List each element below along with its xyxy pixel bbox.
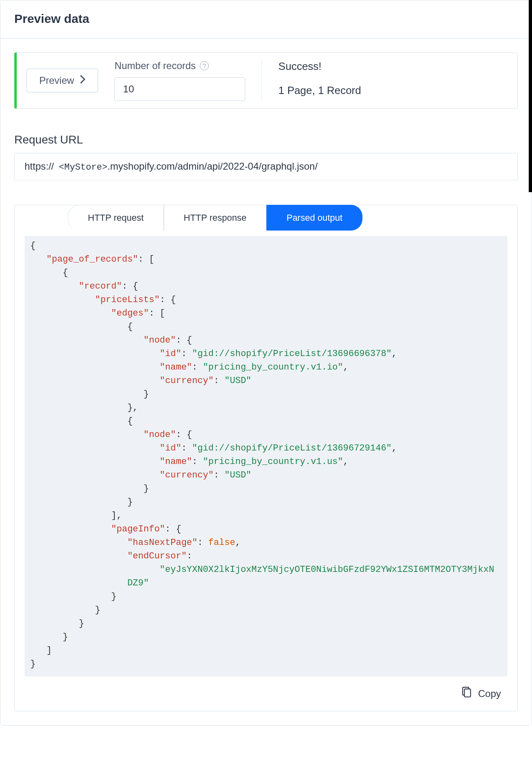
- copy-label: Copy: [478, 688, 501, 699]
- records-label-row: Number of records ?: [114, 60, 245, 72]
- tab-http-request[interactable]: HTTP request: [68, 205, 164, 231]
- section-title: Preview data: [0, 0, 532, 38]
- scrollbar-indicator[interactable]: [529, 0, 532, 192]
- output-block: HTTP request HTTP response Parsed output…: [14, 205, 518, 711]
- help-icon[interactable]: ?: [200, 61, 209, 70]
- request-url-block: Request URL https:// <MyStore>.myshopify…: [14, 133, 518, 180]
- preview-button[interactable]: Preview: [27, 69, 98, 92]
- url-variable: <MyStore>: [59, 162, 107, 173]
- url-path: .myshopify.com/admin/api/2022-04/graphql…: [107, 161, 318, 172]
- divider: [0, 38, 532, 38]
- parsed-output-code[interactable]: { "page_of_records": [ { "record": { "pr…: [25, 236, 507, 677]
- status-column: Success! 1 Page, 1 Record: [262, 60, 361, 101]
- request-url-box[interactable]: https:// <MyStore>.myshopify.com/admin/a…: [14, 153, 518, 180]
- tab-http-response[interactable]: HTTP response: [164, 205, 267, 231]
- chevron-right-icon: [80, 75, 85, 86]
- status-title: Success!: [278, 60, 361, 73]
- preview-strip: Preview Number of records ? Success! 1 P…: [14, 52, 518, 109]
- records-input[interactable]: [114, 77, 245, 101]
- records-label: Number of records: [114, 60, 196, 72]
- url-rest: <MyStore>.myshopify.com/admin/api/2022-0…: [59, 161, 317, 173]
- tab-parsed-output[interactable]: Parsed output: [266, 205, 362, 231]
- records-field: Number of records ?: [114, 60, 245, 101]
- status-detail: 1 Page, 1 Record: [278, 84, 361, 97]
- svg-rect-0: [465, 689, 471, 697]
- output-tabs: HTTP request HTTP response Parsed output: [68, 205, 517, 231]
- copy-icon: [462, 686, 472, 701]
- preview-data-panel: Preview data Preview Number of records ?…: [0, 0, 532, 726]
- copy-button[interactable]: Copy: [15, 686, 501, 701]
- request-url-label: Request URL: [14, 133, 518, 146]
- main-panel: Preview data Preview Number of records ?…: [0, 0, 532, 726]
- preview-button-label: Preview: [39, 75, 74, 86]
- url-prefix: https://: [25, 161, 54, 172]
